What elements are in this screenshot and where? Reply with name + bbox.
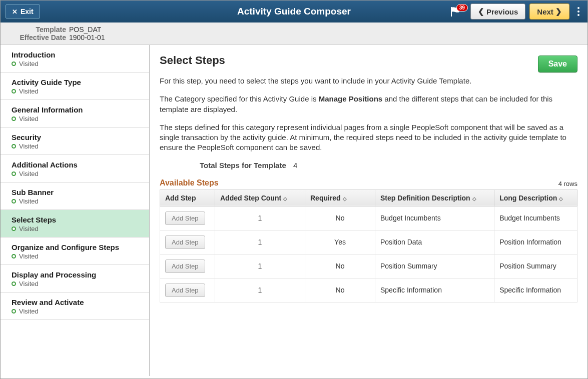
sidebar-item-organize-and-configure-steps[interactable]: Organize and Configure StepsVisited	[1, 238, 149, 265]
sidebar-item-status-text: Visited	[19, 170, 39, 178]
status-visited-icon	[12, 172, 16, 176]
template-value: POS_DAT	[69, 26, 101, 34]
col-required-label: Required	[310, 194, 341, 202]
table-row: Add Step1NoSpecific InformationSpecific …	[160, 278, 577, 302]
status-visited-icon	[12, 144, 16, 148]
cell-long-description: Specific Information	[494, 278, 577, 302]
cell-added-count: 1	[215, 254, 305, 278]
status-visited-icon	[12, 116, 16, 121]
cell-required: No	[305, 254, 375, 278]
add-step-button[interactable]: Add Step	[165, 284, 205, 297]
page-banner-title: Activity Guide Composer	[237, 6, 351, 17]
sidebar-item-display-and-processing[interactable]: Display and ProcessingVisited	[1, 265, 149, 292]
cell-long-description: Position Summary	[494, 254, 577, 278]
sidebar-item-status-text: Visited	[19, 115, 39, 122]
status-visited-icon	[12, 309, 16, 314]
cell-added-count: 1	[215, 230, 305, 254]
top-banner: ✕ Exit Activity Guide Composer 39 ❮ Prev…	[1, 0, 587, 22]
sidebar-item-title: Display and Processing	[12, 270, 144, 279]
status-visited-icon	[12, 199, 16, 204]
sidebar-item-status: Visited	[12, 252, 144, 260]
status-visited-icon	[12, 89, 16, 94]
chevron-left-icon: ❮	[478, 7, 486, 16]
add-step-button[interactable]: Add Step	[165, 212, 205, 225]
dot-icon	[577, 14, 579, 16]
sidebar-item-activity-guide-type[interactable]: Activity Guide TypeVisited	[1, 72, 149, 100]
col-required[interactable]: Required◇	[305, 190, 375, 206]
sidebar-item-status-text: Visited	[19, 308, 39, 315]
sidebar-item-status: Visited	[12, 308, 144, 315]
context-subheader: Template POS_DAT Effective Date 1900-01-…	[1, 22, 587, 45]
cell-step-definition: Specific Information	[375, 278, 494, 302]
cell-added-count: 1	[215, 278, 305, 302]
sidebar-item-status-text: Visited	[19, 88, 39, 95]
dot-icon	[577, 10, 579, 12]
sidebar-item-status: Visited	[12, 225, 144, 232]
cell-required: No	[305, 206, 375, 230]
sidebar-item-status: Visited	[12, 198, 144, 205]
col-add-step[interactable]: Add Step	[160, 190, 215, 206]
more-actions-button[interactable]	[573, 4, 583, 19]
col-long-desc[interactable]: Long Description◇	[494, 190, 577, 206]
add-step-button[interactable]: Add Step	[165, 236, 205, 249]
sidebar-item-additional-actions[interactable]: Additional ActionsVisited	[1, 155, 149, 182]
notification-count-badge: 39	[456, 4, 468, 12]
sidebar-item-introduction[interactable]: IntroductionVisited	[1, 45, 149, 72]
total-steps-row: Total Steps for Template 4	[200, 161, 577, 170]
col-long-desc-label: Long Description	[499, 194, 557, 202]
status-visited-icon	[12, 62, 16, 66]
next-label: Next	[537, 8, 553, 16]
sidebar-item-review-and-activate[interactable]: Review and ActivateVisited	[1, 292, 149, 320]
sidebar-item-security[interactable]: SecurityVisited	[1, 128, 149, 155]
grid-rowcount: 4 rows	[558, 180, 577, 188]
intro-line-3: The steps defined for this category repr…	[160, 122, 577, 153]
previous-label: Previous	[486, 8, 518, 16]
template-label: Template	[7, 26, 69, 34]
sort-icon: ◇	[283, 196, 287, 202]
cell-step-definition: Position Summary	[375, 254, 494, 278]
total-steps-value: 4	[293, 161, 297, 170]
table-row: Add Step1NoBudget IncumbentsBudget Incum…	[160, 206, 577, 230]
notifications-button[interactable]: 39	[449, 6, 463, 18]
cell-added-count: 1	[215, 206, 305, 230]
sidebar-item-status: Visited	[12, 280, 144, 288]
cell-required: Yes	[305, 230, 375, 254]
previous-button[interactable]: ❮ Previous	[470, 4, 526, 20]
add-step-button[interactable]: Add Step	[165, 260, 205, 273]
sidebar-item-select-steps[interactable]: Select StepsVisited	[1, 210, 149, 238]
col-step-def[interactable]: Step Definition Description◇	[375, 190, 494, 206]
sidebar-item-title: General Information	[12, 106, 144, 114]
table-row: Add Step1YesPosition DataPosition Inform…	[160, 230, 577, 254]
effective-date-label: Effective Date	[7, 34, 69, 42]
sort-icon: ◇	[559, 196, 563, 202]
sidebar-item-title: Security	[12, 133, 144, 142]
status-visited-icon	[12, 226, 16, 231]
sidebar-item-status: Visited	[12, 115, 144, 122]
sidebar-item-status: Visited	[12, 88, 144, 95]
sidebar-item-general-information[interactable]: General InformationVisited	[1, 100, 149, 128]
intro-text: For this step, you need to select the st…	[160, 76, 577, 153]
chevron-right-icon: ❯	[553, 7, 562, 16]
cell-long-description: Position Information	[494, 230, 577, 254]
next-button[interactable]: Next ❯	[529, 4, 569, 20]
col-added-count[interactable]: Added Step Count◇	[215, 190, 305, 206]
cell-long-description: Budget Incumbents	[494, 206, 577, 230]
table-row: Add Step1NoPosition SummaryPosition Summ…	[160, 254, 577, 278]
sidebar-item-sub-banner[interactable]: Sub BannerVisited	[1, 182, 149, 210]
sidebar-item-title: Additional Actions	[12, 160, 144, 169]
sidebar-item-title: Introduction	[12, 50, 144, 59]
intro-line-2a: The Category specified for this Activity…	[160, 94, 319, 103]
close-icon: ✕	[12, 8, 18, 16]
total-steps-label: Total Steps for Template	[200, 161, 286, 170]
cell-required: No	[305, 278, 375, 302]
sidebar-item-status-text: Visited	[19, 60, 39, 68]
save-button[interactable]: Save	[538, 56, 577, 72]
main-panel: Select Steps Save For this step, you nee…	[150, 45, 587, 376]
intro-line-1: For this step, you need to select the st…	[160, 76, 577, 86]
banner-right-group: 39 ❮ Previous Next ❯	[449, 4, 587, 20]
dot-icon	[577, 7, 579, 9]
exit-button[interactable]: ✕ Exit	[6, 4, 40, 18]
sort-icon: ◇	[343, 196, 347, 202]
status-visited-icon	[12, 282, 16, 286]
sidebar-item-status-text: Visited	[19, 280, 39, 288]
